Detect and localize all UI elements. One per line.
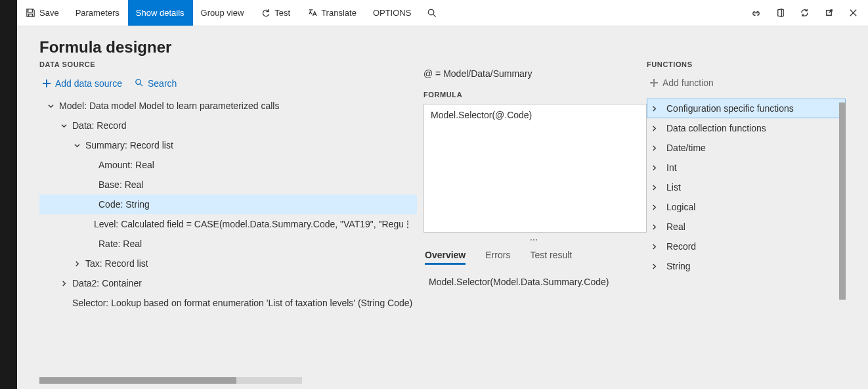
function-label: Date/time xyxy=(666,143,706,153)
add-function-button[interactable]: Add function xyxy=(649,78,714,88)
parameters-label: Parameters xyxy=(76,8,119,18)
tree-label: Summary: Record list xyxy=(85,140,173,150)
expand-icon[interactable] xyxy=(649,104,659,113)
data-source-heading: DATA SOURCE xyxy=(39,60,417,68)
svg-point-0 xyxy=(428,9,433,14)
tree-node-data[interactable]: Data: Record xyxy=(39,116,417,135)
formula-text: Model.Selector(@.Code) xyxy=(431,110,532,120)
translate-button[interactable]: Translate xyxy=(299,0,365,26)
show-details-label: Show details xyxy=(136,8,184,18)
expand-icon[interactable] xyxy=(649,222,659,231)
tree-node-data2[interactable]: Data2: Container xyxy=(39,273,417,293)
group-view-button[interactable]: Group view xyxy=(193,0,253,26)
function-category[interactable]: Date/time xyxy=(647,138,846,158)
search-data-source-button[interactable]: Search xyxy=(134,78,177,89)
expand-icon[interactable] xyxy=(72,259,81,268)
options-button[interactable]: OPTIONS xyxy=(365,0,420,26)
save-label: Save xyxy=(39,8,59,18)
show-details-button[interactable]: Show details xyxy=(128,0,193,26)
function-category[interactable]: Record xyxy=(647,237,846,256)
search-icon xyxy=(426,8,437,18)
expand-icon[interactable] xyxy=(59,279,68,288)
parameters-button[interactable]: Parameters xyxy=(68,0,128,26)
collapse-icon[interactable] xyxy=(46,101,55,110)
horizontal-scrollbar[interactable] xyxy=(39,377,302,384)
function-label: List xyxy=(666,182,681,193)
tree-label: Model: Data model Model to learn paramet… xyxy=(59,101,279,111)
function-label: Record xyxy=(666,241,696,252)
translate-label: Translate xyxy=(321,8,357,18)
popout-icon xyxy=(823,8,834,18)
tree-node-level[interactable]: Level: Calculated field = CASE(model.Dat… xyxy=(39,214,417,234)
close-icon xyxy=(848,8,858,18)
save-icon xyxy=(25,8,35,18)
row-overflow-icon[interactable]: ⋮ xyxy=(403,219,417,229)
scrollbar-thumb[interactable] xyxy=(839,103,846,300)
scrollbar-thumb[interactable] xyxy=(39,377,236,384)
options-label: OPTIONS xyxy=(373,8,412,18)
tree-node-base[interactable]: Base: Real xyxy=(39,175,417,194)
plus-icon xyxy=(42,79,51,88)
vertical-scrollbar[interactable] xyxy=(839,103,846,300)
function-category[interactable]: Configuration specific functions xyxy=(647,99,846,118)
translate-icon xyxy=(307,8,317,18)
expand-icon[interactable] xyxy=(649,143,659,152)
tree-node-amount[interactable]: Amount: Real xyxy=(39,155,417,175)
context-path: @ = Model/Data/Summary xyxy=(423,68,647,91)
tree-label: Rate: Real xyxy=(98,239,142,249)
popout-button[interactable] xyxy=(817,0,841,26)
add-data-source-label: Add data source xyxy=(55,78,122,89)
tree-node-tax[interactable]: Tax: Record list xyxy=(39,254,417,273)
tab-overview[interactable]: Overview xyxy=(425,247,466,265)
expand-icon[interactable] xyxy=(649,262,659,271)
refresh-button[interactable] xyxy=(792,0,817,26)
function-label: Real xyxy=(666,221,685,232)
link-button[interactable] xyxy=(744,0,768,26)
search-button[interactable] xyxy=(420,0,444,26)
resize-handle[interactable]: … xyxy=(423,233,647,243)
formula-editor[interactable]: Model.Selector(@.Code) xyxy=(423,104,647,233)
tab-test-result[interactable]: Test result xyxy=(530,247,572,265)
tab-errors[interactable]: Errors xyxy=(485,247,510,265)
expand-icon[interactable] xyxy=(649,202,659,212)
tree-node-rate[interactable]: Rate: Real xyxy=(39,234,417,254)
function-label: Logical xyxy=(666,202,695,212)
test-label: Test xyxy=(274,8,290,18)
page-title: Formula designer xyxy=(39,38,846,57)
tree-label: Data2: Container xyxy=(72,278,142,288)
expand-icon[interactable] xyxy=(649,183,659,192)
close-button[interactable] xyxy=(841,0,865,26)
tree-node-code[interactable]: Code: String xyxy=(39,194,417,214)
tree-label: Base: Real xyxy=(98,179,143,190)
function-label: Configuration specific functions xyxy=(666,103,794,114)
add-data-source-button[interactable]: Add data source xyxy=(42,78,122,89)
tree-label: Data: Record xyxy=(72,120,126,131)
tree-node-selector[interactable]: Selector: Lookup based on format enumera… xyxy=(39,293,417,313)
function-label: Int xyxy=(666,162,677,173)
formula-heading: FORMULA xyxy=(423,91,647,99)
function-label: Data collection functions xyxy=(666,123,766,133)
save-button[interactable]: Save xyxy=(17,0,68,26)
group-view-label: Group view xyxy=(201,8,244,18)
function-category[interactable]: Logical xyxy=(647,197,846,217)
refresh-cw-icon xyxy=(799,8,810,18)
left-edge-rail xyxy=(0,0,17,389)
collapse-icon[interactable] xyxy=(72,141,81,150)
tree-node-model[interactable]: Model: Data model Model to learn paramet… xyxy=(39,96,417,116)
tree-label: Level: Calculated field = CASE(model.Dat… xyxy=(94,219,403,229)
expand-icon[interactable] xyxy=(649,124,659,133)
expand-icon[interactable] xyxy=(649,163,659,172)
search-small-icon xyxy=(134,78,144,89)
function-category[interactable]: String xyxy=(647,256,846,276)
collapse-icon[interactable] xyxy=(59,121,68,130)
function-category[interactable]: Data collection functions xyxy=(647,118,846,138)
search-label: Search xyxy=(148,78,177,89)
refresh-icon xyxy=(260,8,271,18)
function-category[interactable]: Int xyxy=(647,158,846,177)
tree-node-summary[interactable]: Summary: Record list xyxy=(39,135,417,155)
office-app-button[interactable] xyxy=(768,0,792,26)
expand-icon[interactable] xyxy=(649,242,659,251)
test-button[interactable]: Test xyxy=(252,0,299,26)
function-category[interactable]: List xyxy=(647,177,846,197)
function-category[interactable]: Real xyxy=(647,217,846,237)
